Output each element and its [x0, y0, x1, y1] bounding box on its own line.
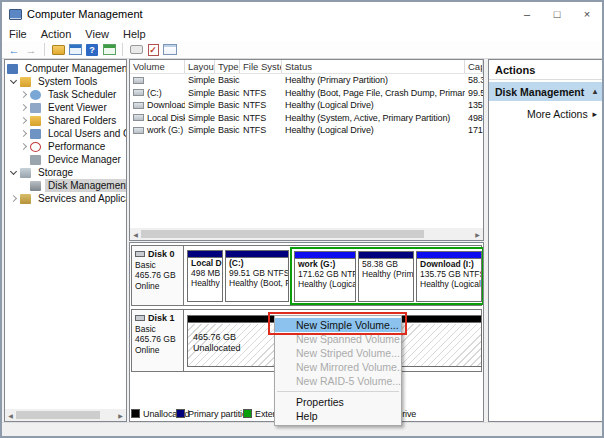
tree-root-computer-management[interactable]: Computer Management (Local [7, 62, 127, 75]
menu-separator [277, 391, 399, 392]
forward-icon[interactable]: → [24, 43, 38, 57]
console-window-icon-2[interactable] [102, 43, 116, 57]
toolbar-separator [44, 43, 45, 56]
window-title: Computer Management [27, 8, 143, 20]
menu-item-properties[interactable]: Properties [275, 395, 401, 409]
scroll-right-icon[interactable]: ▶ [472, 228, 483, 240]
volume-icon [133, 102, 144, 109]
toolbar: ← → ? ✓ [2, 41, 602, 59]
partition-c[interactable]: (C:) 99.51 GB NTFS Healthy (Boot, Pa [225, 250, 289, 302]
minimize-button[interactable]: – [512, 2, 542, 26]
console-window-icon[interactable] [68, 43, 82, 57]
sidebar-item-device-manager[interactable]: Device Manager [21, 153, 124, 166]
expand-chevron-icon[interactable] [10, 195, 17, 202]
sidebar-item-services-and-applications[interactable]: Services and Applications [11, 192, 127, 205]
show-console-tree-icon[interactable] [51, 43, 65, 57]
menu-item-help[interactable]: Help [275, 409, 401, 423]
expand-chevron-icon[interactable] [20, 130, 27, 137]
shared-folders-icon [30, 116, 41, 126]
scroll-left-icon[interactable]: ◀ [5, 409, 16, 421]
column-header-file-system[interactable]: File System [240, 60, 282, 73]
title-bar: Computer Management – □ × [2, 2, 602, 26]
actions-section-disk-management[interactable]: Disk Management ▴ [489, 82, 603, 101]
volume-icon [133, 77, 144, 84]
sidebar-item-system-tools[interactable]: System Tools [11, 75, 100, 88]
collapse-icon[interactable]: ▴ [593, 87, 597, 96]
sidebar-item-event-viewer[interactable]: Event Viewer [21, 101, 110, 114]
sidebar-item-performance[interactable]: Performance [21, 140, 108, 153]
computer-icon [7, 64, 18, 74]
partition-58gb[interactable]: 58.38 GB Healthy (Primar [358, 251, 414, 302]
sidebar-item-shared-folders[interactable]: Shared Folders [21, 114, 119, 127]
collapse-chevron-icon[interactable] [10, 167, 17, 174]
menu-action[interactable]: Action [34, 28, 79, 40]
expand-chevron-icon[interactable] [20, 117, 27, 124]
partition-work-g[interactable]: work (G:) 171.62 GB NTFS Healthy (Logica… [294, 251, 356, 302]
menu-file[interactable]: File [2, 28, 34, 40]
tree-horizontal-scrollbar[interactable]: ◀ ▶ [5, 409, 126, 421]
submenu-arrow-icon: ▸ [592, 109, 603, 119]
actions-pane: Actions Disk Management ▴ More Actions ▸ [488, 59, 604, 422]
volume-icon [133, 127, 144, 134]
actions-title: Actions [489, 60, 603, 80]
disk0-row: Disk 0 Basic 465.76 GB Online Local D 49… [131, 245, 482, 306]
column-header-capacity[interactable]: Capa [465, 60, 483, 73]
table-row[interactable]: work (G:) Simple Basic NTFS Healthy (Log… [130, 124, 483, 137]
check-document-icon[interactable]: ✓ [146, 43, 160, 57]
partition-local-disk-f[interactable]: Local D 498 MB Healthy [187, 250, 223, 302]
disk-management-icon [30, 181, 41, 191]
collapse-chevron-icon[interactable] [10, 76, 17, 83]
volume-list-header: Volume Layout Type File System Status Ca… [130, 60, 483, 74]
toolbar-separator [122, 43, 123, 56]
scrollbar-thumb[interactable] [16, 411, 100, 419]
menu-item-new-raid5-volume: New RAID-5 Volume... [275, 374, 401, 388]
app-icon [9, 9, 22, 20]
column-header-type[interactable]: Type [215, 60, 240, 73]
volume-horizontal-scrollbar[interactable]: ◀ ▶ [130, 228, 483, 240]
table-row[interactable]: Local Disk (F:) Simple Basic NTFS Health… [130, 112, 483, 125]
partition-download-i[interactable]: Download (I:) 135.75 GB NTFS Healthy (Lo… [416, 251, 482, 302]
column-header-status[interactable]: Status [282, 60, 465, 73]
expand-chevron-icon[interactable] [20, 104, 27, 111]
device-manager-icon [30, 155, 41, 165]
legend-swatch [243, 409, 252, 418]
menu-view[interactable]: View [78, 28, 116, 40]
more-actions-item[interactable]: More Actions ▸ [489, 105, 603, 123]
sidebar-item-disk-management[interactable]: Disk Management [21, 179, 127, 192]
export-list-icon[interactable] [129, 43, 143, 57]
volume-icon [133, 89, 144, 96]
scroll-right-icon[interactable]: ▶ [115, 409, 126, 421]
volume-list-pane: Volume Layout Type File System Status Ca… [129, 59, 484, 241]
unallocated-text: 465.76 GB Unallocated [193, 332, 241, 354]
table-row[interactable]: Simple Basic Healthy (Primary Partition)… [130, 74, 483, 87]
table-row[interactable]: (C:) Simple Basic NTFS Healthy (Boot, Pa… [130, 87, 483, 100]
scrollbar-thumb[interactable] [141, 230, 424, 238]
table-row[interactable]: Download (I:) Simple Basic NTFS Healthy … [130, 99, 483, 112]
help-icon[interactable]: ? [85, 43, 99, 57]
menu-help[interactable]: Help [116, 28, 153, 40]
expand-chevron-icon[interactable] [20, 143, 27, 150]
task-scheduler-icon [30, 90, 41, 100]
menu-item-new-mirrored-volume: New Mirrored Volume... [275, 360, 401, 374]
sidebar-item-task-scheduler[interactable]: Task Scheduler [21, 88, 119, 101]
maximize-button[interactable]: □ [542, 2, 572, 26]
computer-management-window: Computer Management – □ × File Action Vi… [0, 0, 604, 438]
back-icon[interactable]: ← [7, 43, 21, 57]
disk-icon [135, 315, 145, 321]
disk1-label[interactable]: Disk 1 Basic 465.76 GB Online [132, 310, 184, 371]
extended-partition-outline: work (G:) 171.62 GB NTFS Healthy (Logica… [290, 247, 484, 305]
expand-chevron-icon[interactable] [20, 91, 27, 98]
primary-partition-bar [188, 251, 222, 258]
sidebar-item-local-users-and-groups[interactable]: Local Users and Groups [21, 127, 127, 140]
column-header-layout[interactable]: Layout [185, 60, 215, 73]
services-apps-icon [20, 194, 31, 204]
properties-form-icon[interactable] [163, 43, 177, 57]
column-header-volume[interactable]: Volume [130, 60, 185, 73]
sidebar-item-storage[interactable]: Storage [11, 166, 76, 179]
disk0-label[interactable]: Disk 0 Basic 465.76 GB Online [132, 246, 184, 305]
close-button[interactable]: × [572, 2, 602, 26]
scroll-left-icon[interactable]: ◀ [130, 228, 141, 240]
primary-partition-bar [359, 252, 413, 259]
legend-swatch [176, 409, 185, 418]
logical-drive-bar [295, 252, 355, 259]
